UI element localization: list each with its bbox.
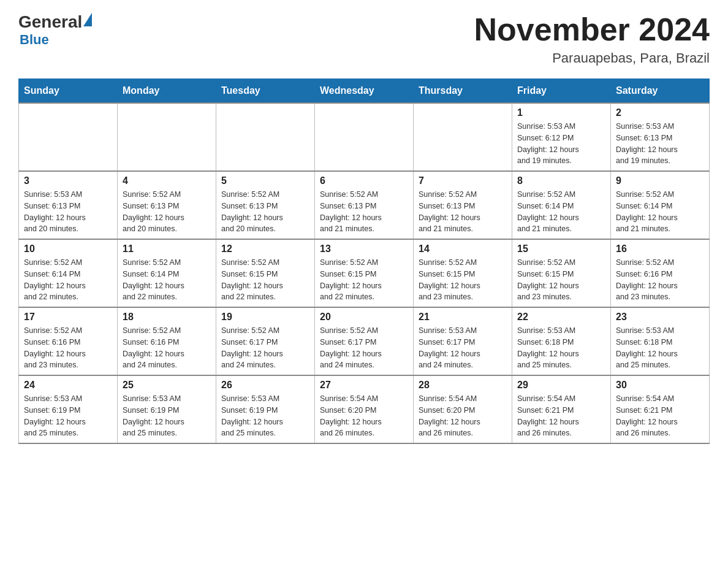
- day-number: 25: [123, 380, 211, 391]
- day-number: 22: [517, 312, 605, 323]
- weekday-header-saturday: Saturday: [611, 79, 710, 104]
- day-info: Sunrise: 5:52 AM Sunset: 6:14 PM Dayligh…: [517, 189, 605, 235]
- day-info: Sunrise: 5:52 AM Sunset: 6:13 PM Dayligh…: [320, 189, 408, 235]
- day-info: Sunrise: 5:52 AM Sunset: 6:17 PM Dayligh…: [320, 325, 408, 371]
- calendar-cell: 5Sunrise: 5:52 AM Sunset: 6:13 PM Daylig…: [216, 171, 315, 239]
- day-number: 8: [517, 175, 605, 186]
- day-number: 28: [419, 380, 507, 391]
- calendar-cell: 17Sunrise: 5:52 AM Sunset: 6:16 PM Dayli…: [19, 307, 118, 375]
- calendar-cell: 8Sunrise: 5:52 AM Sunset: 6:14 PM Daylig…: [512, 171, 611, 239]
- calendar-cell: 4Sunrise: 5:52 AM Sunset: 6:13 PM Daylig…: [118, 171, 216, 239]
- day-number: 16: [616, 243, 704, 255]
- day-info: Sunrise: 5:53 AM Sunset: 6:17 PM Dayligh…: [419, 325, 507, 371]
- calendar-cell: 18Sunrise: 5:52 AM Sunset: 6:16 PM Dayli…: [118, 307, 216, 375]
- day-info: Sunrise: 5:52 AM Sunset: 6:14 PM Dayligh…: [24, 257, 112, 303]
- day-number: 15: [517, 243, 605, 255]
- calendar-cell: [216, 103, 315, 171]
- logo-triangle-icon: [83, 13, 92, 26]
- day-number: 1: [517, 107, 605, 118]
- weekday-header-friday: Friday: [512, 79, 611, 104]
- calendar-week-row: 1Sunrise: 5:53 AM Sunset: 6:12 PM Daylig…: [19, 103, 710, 171]
- calendar-cell: [315, 103, 414, 171]
- day-number: 30: [616, 380, 704, 391]
- day-info: Sunrise: 5:52 AM Sunset: 6:15 PM Dayligh…: [419, 257, 507, 303]
- day-number: 4: [123, 175, 211, 186]
- day-info: Sunrise: 5:52 AM Sunset: 6:14 PM Dayligh…: [123, 257, 211, 303]
- calendar-cell: 25Sunrise: 5:53 AM Sunset: 6:19 PM Dayli…: [118, 375, 216, 443]
- day-info: Sunrise: 5:53 AM Sunset: 6:19 PM Dayligh…: [221, 393, 309, 439]
- calendar-cell: 11Sunrise: 5:52 AM Sunset: 6:14 PM Dayli…: [118, 239, 216, 307]
- calendar-cell: [414, 103, 512, 171]
- day-info: Sunrise: 5:52 AM Sunset: 6:14 PM Dayligh…: [616, 189, 704, 235]
- calendar-cell: 27Sunrise: 5:54 AM Sunset: 6:20 PM Dayli…: [315, 375, 414, 443]
- calendar-week-row: 10Sunrise: 5:52 AM Sunset: 6:14 PM Dayli…: [19, 239, 710, 307]
- day-info: Sunrise: 5:53 AM Sunset: 6:12 PM Dayligh…: [517, 121, 605, 167]
- month-title: November 2024: [474, 12, 710, 47]
- calendar-cell: 30Sunrise: 5:54 AM Sunset: 6:21 PM Dayli…: [611, 375, 710, 443]
- logo-general: General: [18, 12, 82, 32]
- day-number: 24: [24, 380, 112, 391]
- day-info: Sunrise: 5:53 AM Sunset: 6:13 PM Dayligh…: [24, 189, 112, 235]
- calendar-cell: 15Sunrise: 5:52 AM Sunset: 6:15 PM Dayli…: [512, 239, 611, 307]
- day-number: 10: [24, 243, 112, 255]
- day-number: 29: [517, 380, 605, 391]
- day-number: 23: [616, 312, 704, 323]
- day-number: 12: [221, 243, 309, 255]
- calendar-cell: [19, 103, 118, 171]
- title-section: November 2024 Parauapebas, Para, Brazil: [474, 12, 710, 66]
- calendar-cell: 1Sunrise: 5:53 AM Sunset: 6:12 PM Daylig…: [512, 103, 611, 171]
- calendar-cell: 24Sunrise: 5:53 AM Sunset: 6:19 PM Dayli…: [19, 375, 118, 443]
- day-info: Sunrise: 5:52 AM Sunset: 6:15 PM Dayligh…: [517, 257, 605, 303]
- day-info: Sunrise: 5:54 AM Sunset: 6:21 PM Dayligh…: [616, 393, 704, 439]
- calendar-cell: 6Sunrise: 5:52 AM Sunset: 6:13 PM Daylig…: [315, 171, 414, 239]
- day-info: Sunrise: 5:52 AM Sunset: 6:16 PM Dayligh…: [616, 257, 704, 303]
- calendar-cell: 22Sunrise: 5:53 AM Sunset: 6:18 PM Dayli…: [512, 307, 611, 375]
- day-info: Sunrise: 5:52 AM Sunset: 6:17 PM Dayligh…: [221, 325, 309, 371]
- calendar-week-row: 3Sunrise: 5:53 AM Sunset: 6:13 PM Daylig…: [19, 171, 710, 239]
- day-number: 2: [616, 107, 704, 118]
- logo-blue: Blue: [20, 32, 49, 48]
- day-info: Sunrise: 5:53 AM Sunset: 6:13 PM Dayligh…: [616, 121, 704, 167]
- day-number: 21: [419, 312, 507, 323]
- day-number: 9: [616, 175, 704, 186]
- day-number: 17: [24, 312, 112, 323]
- page-header: General Blue November 2024 Parauapebas, …: [18, 12, 710, 66]
- calendar-week-row: 17Sunrise: 5:52 AM Sunset: 6:16 PM Dayli…: [19, 307, 710, 375]
- day-info: Sunrise: 5:53 AM Sunset: 6:19 PM Dayligh…: [24, 393, 112, 439]
- calendar-table: SundayMondayTuesdayWednesdayThursdayFrid…: [18, 79, 710, 444]
- calendar-cell: 16Sunrise: 5:52 AM Sunset: 6:16 PM Dayli…: [611, 239, 710, 307]
- day-info: Sunrise: 5:54 AM Sunset: 6:20 PM Dayligh…: [320, 393, 408, 439]
- calendar-cell: 12Sunrise: 5:52 AM Sunset: 6:15 PM Dayli…: [216, 239, 315, 307]
- day-info: Sunrise: 5:52 AM Sunset: 6:16 PM Dayligh…: [123, 325, 211, 371]
- calendar-cell: 28Sunrise: 5:54 AM Sunset: 6:20 PM Dayli…: [414, 375, 512, 443]
- location-title: Parauapebas, Para, Brazil: [474, 50, 710, 66]
- day-number: 3: [24, 175, 112, 186]
- day-info: Sunrise: 5:52 AM Sunset: 6:13 PM Dayligh…: [123, 189, 211, 235]
- day-number: 18: [123, 312, 211, 323]
- day-info: Sunrise: 5:53 AM Sunset: 6:19 PM Dayligh…: [123, 393, 211, 439]
- day-number: 11: [123, 243, 211, 255]
- calendar-week-row: 24Sunrise: 5:53 AM Sunset: 6:19 PM Dayli…: [19, 375, 710, 443]
- calendar-cell: 13Sunrise: 5:52 AM Sunset: 6:15 PM Dayli…: [315, 239, 414, 307]
- day-number: 5: [221, 175, 309, 186]
- calendar-cell: 19Sunrise: 5:52 AM Sunset: 6:17 PM Dayli…: [216, 307, 315, 375]
- calendar-cell: 29Sunrise: 5:54 AM Sunset: 6:21 PM Dayli…: [512, 375, 611, 443]
- day-number: 6: [320, 175, 408, 186]
- weekday-header-thursday: Thursday: [414, 79, 512, 104]
- day-info: Sunrise: 5:52 AM Sunset: 6:15 PM Dayligh…: [320, 257, 408, 303]
- calendar-header-row: SundayMondayTuesdayWednesdayThursdayFrid…: [19, 79, 710, 104]
- day-number: 19: [221, 312, 309, 323]
- day-info: Sunrise: 5:54 AM Sunset: 6:21 PM Dayligh…: [517, 393, 605, 439]
- day-info: Sunrise: 5:52 AM Sunset: 6:13 PM Dayligh…: [221, 189, 309, 235]
- calendar-cell: [118, 103, 216, 171]
- weekday-header-sunday: Sunday: [19, 79, 118, 104]
- weekday-header-wednesday: Wednesday: [315, 79, 414, 104]
- calendar-cell: 21Sunrise: 5:53 AM Sunset: 6:17 PM Dayli…: [414, 307, 512, 375]
- day-number: 27: [320, 380, 408, 391]
- day-info: Sunrise: 5:53 AM Sunset: 6:18 PM Dayligh…: [616, 325, 704, 371]
- day-info: Sunrise: 5:52 AM Sunset: 6:16 PM Dayligh…: [24, 325, 112, 371]
- calendar-cell: 20Sunrise: 5:52 AM Sunset: 6:17 PM Dayli…: [315, 307, 414, 375]
- calendar-cell: 9Sunrise: 5:52 AM Sunset: 6:14 PM Daylig…: [611, 171, 710, 239]
- day-number: 13: [320, 243, 408, 255]
- weekday-header-monday: Monday: [118, 79, 216, 104]
